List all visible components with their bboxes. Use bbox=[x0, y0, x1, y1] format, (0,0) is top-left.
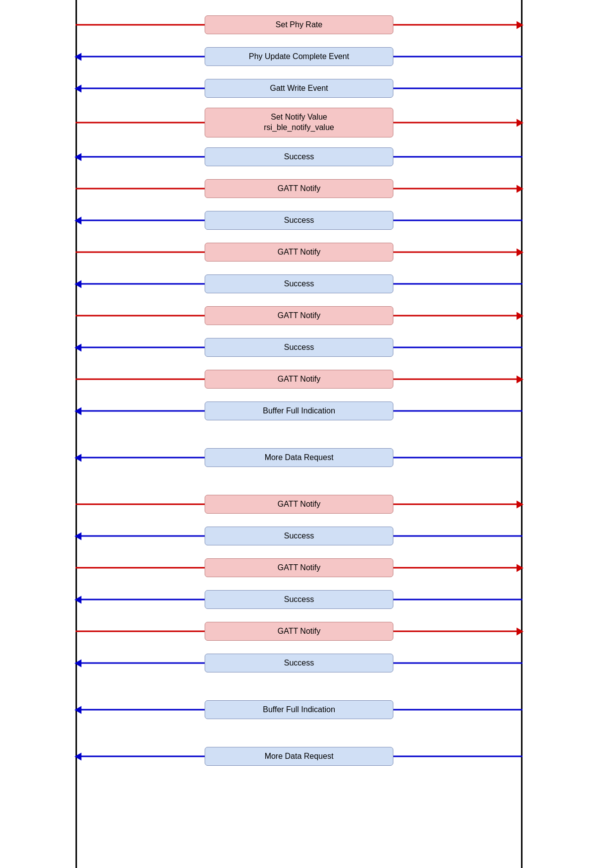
row-set-notify-value: Set Notify Valuersi_ble_notify_value bbox=[0, 105, 598, 140]
label-gatt-notify-5: GATT Notify bbox=[205, 495, 393, 514]
label-gatt-write-event: Gatt Write Event bbox=[205, 79, 393, 98]
label-success-6: Success bbox=[205, 590, 393, 609]
row-gatt-notify-4: GATT Notify bbox=[0, 364, 598, 394]
label-more-data-1: More Data Request bbox=[205, 448, 393, 467]
row-gatt-write-event: Gatt Write Event bbox=[0, 73, 598, 103]
label-set-phy-rate: Set Phy Rate bbox=[205, 15, 393, 35]
row-success-7: Success bbox=[0, 648, 598, 678]
label-buffer-full-1: Buffer Full Indication bbox=[205, 401, 393, 421]
label-gatt-notify-1: GATT Notify bbox=[205, 179, 393, 199]
row-gatt-notify-2: GATT Notify bbox=[0, 237, 598, 267]
label-buffer-full-2: Buffer Full Indication bbox=[205, 700, 393, 720]
row-gatt-notify-3: GATT Notify bbox=[0, 301, 598, 331]
label-set-notify-value: Set Notify Valuersi_ble_notify_value bbox=[205, 108, 393, 137]
row-set-phy-rate: Set Phy Rate bbox=[0, 10, 598, 40]
label-success-2: Success bbox=[205, 211, 393, 230]
row-gatt-notify-6: GATT Notify bbox=[0, 553, 598, 583]
diagram-container: Set Phy RatePhy Update Complete EventGat… bbox=[0, 0, 598, 868]
label-success-5: Success bbox=[205, 527, 393, 546]
label-success-1: Success bbox=[205, 147, 393, 167]
rows-container: Set Phy RatePhy Update Complete EventGat… bbox=[0, 5, 598, 771]
row-success-2: Success bbox=[0, 205, 598, 235]
row-more-data-2: More Data Request bbox=[0, 741, 598, 771]
label-gatt-notify-6: GATT Notify bbox=[205, 558, 393, 578]
row-success-4: Success bbox=[0, 333, 598, 362]
label-phy-update-complete: Phy Update Complete Event bbox=[205, 47, 393, 67]
row-buffer-full-1: Buffer Full Indication bbox=[0, 396, 598, 426]
label-success-3: Success bbox=[205, 274, 393, 294]
label-more-data-2: More Data Request bbox=[205, 747, 393, 766]
row-buffer-full-2: Buffer Full Indication bbox=[0, 695, 598, 725]
row-success-6: Success bbox=[0, 585, 598, 614]
gap-after-buffer-full-2 bbox=[0, 727, 598, 741]
gap-after-success-7 bbox=[0, 680, 598, 695]
row-success-3: Success bbox=[0, 269, 598, 299]
gap-after-buffer-full-1 bbox=[0, 428, 598, 443]
label-success-4: Success bbox=[205, 338, 393, 357]
gap-after-more-data-1 bbox=[0, 474, 598, 489]
row-success-5: Success bbox=[0, 521, 598, 551]
row-success-1: Success bbox=[0, 142, 598, 172]
label-success-7: Success bbox=[205, 654, 393, 673]
label-gatt-notify-7: GATT Notify bbox=[205, 622, 393, 641]
row-phy-update-complete: Phy Update Complete Event bbox=[0, 42, 598, 71]
row-gatt-notify-5: GATT Notify bbox=[0, 489, 598, 519]
row-more-data-1: More Data Request bbox=[0, 443, 598, 472]
label-gatt-notify-4: GATT Notify bbox=[205, 370, 393, 389]
label-gatt-notify-3: GATT Notify bbox=[205, 306, 393, 326]
label-gatt-notify-2: GATT Notify bbox=[205, 243, 393, 262]
row-gatt-notify-1: GATT Notify bbox=[0, 174, 598, 203]
row-gatt-notify-7: GATT Notify bbox=[0, 616, 598, 646]
